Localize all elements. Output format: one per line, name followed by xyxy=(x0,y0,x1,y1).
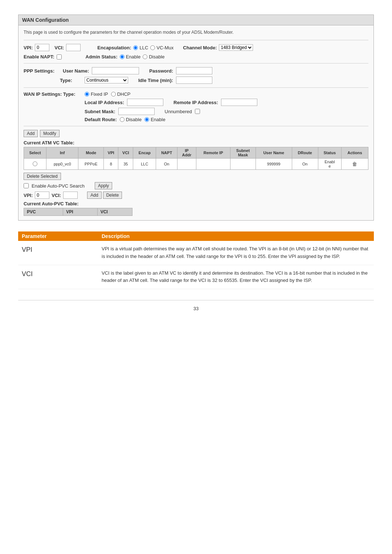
row-actions[interactable]: 🗑 xyxy=(341,159,368,170)
subnet-mask-input[interactable] xyxy=(118,108,155,115)
channel-mode-label: Channel Mode: xyxy=(183,45,217,50)
table-row: ppp0_vc0 PPPoE 8 35 LLC On 999999 On Ena… xyxy=(24,159,368,170)
subnet-mask-label: Subnet Mask: xyxy=(85,109,115,114)
apply-button[interactable]: Apply xyxy=(95,182,112,189)
param-desc-vpi: VPI is a virtual path determines the way… xyxy=(102,245,370,260)
wan-ip-type-label: WAN IP Settings: Type: xyxy=(24,91,82,97)
auto-pvc-table-section: Current Auto-PVC Table: PVC VPI VCI xyxy=(24,201,368,216)
auto-pvc-table: PVC VPI VCI xyxy=(24,208,132,216)
enable-napt-label: Enable NAPT: xyxy=(24,54,54,59)
row-remote-ip xyxy=(196,159,230,170)
enable-auto-pvc-label: Enable Auto-PVC Search xyxy=(32,183,85,189)
add-bottom-button[interactable]: Add xyxy=(87,192,101,199)
unnumbered-checkbox[interactable] xyxy=(195,109,200,114)
row-mode: PPPoE xyxy=(78,159,104,170)
trash-icon[interactable]: 🗑 xyxy=(352,161,357,167)
channel-mode-select[interactable]: 1483 Bridged 1483 Routed PPPoE PPPoA xyxy=(219,44,253,51)
idle-time-input[interactable] xyxy=(176,77,212,84)
dhcp-radio[interactable]: DHCP xyxy=(111,91,131,97)
param-row-vci: VCI VCI is the label given to an ATM VC … xyxy=(18,265,374,290)
vpi-bottom-label: VPI: xyxy=(24,193,33,198)
vpi-input[interactable] xyxy=(35,44,49,51)
user-name-label: User Name: xyxy=(63,68,89,74)
enable-auto-pvc-checkbox[interactable] xyxy=(24,183,29,188)
vpi-label: VPI: xyxy=(24,45,33,50)
auto-pvc-col-pvc: PVC xyxy=(24,208,63,216)
vci-bottom-input[interactable] xyxy=(63,192,78,199)
col-actions: Actions xyxy=(341,147,368,159)
param-desc-vci: VCI is the label given to an ATM VC to i… xyxy=(102,270,370,285)
admin-disable-radio[interactable]: Disable xyxy=(143,54,164,59)
default-route-disable-radio[interactable]: Disable xyxy=(120,117,142,122)
unnumbered-label: Unnumbered xyxy=(165,109,192,114)
col-encap: Encap xyxy=(133,147,156,159)
param-row-vpi: VPI VPI is a virtual path determines the… xyxy=(18,241,374,265)
encap-llc-radio[interactable]: LLC xyxy=(133,45,148,50)
admin-enable-radio[interactable]: Enable xyxy=(120,54,140,59)
local-ip-input[interactable] xyxy=(127,99,163,106)
default-route-row: Default Route: Disable Enable xyxy=(24,117,368,122)
atm-vc-table-section: Current ATM VC Table: Select Inf Mode VP… xyxy=(24,140,368,170)
delete-selected-button[interactable]: Delete Selected xyxy=(24,173,61,180)
vpi-vci-row: VPI: VCI: Encapsulation: LLC VC-Mux Chan… xyxy=(24,44,368,51)
col-napt: NAPT xyxy=(156,147,177,159)
param-name-vci: VCI xyxy=(22,270,102,278)
password-label: Password: xyxy=(149,68,173,74)
parameter-section: Parameter Description VPI VPI is a virtu… xyxy=(18,231,374,289)
col-status: Status xyxy=(318,147,341,159)
col-droute: DRoute xyxy=(292,147,318,159)
enable-napt-checkbox[interactable] xyxy=(57,54,62,59)
user-name-input[interactable] xyxy=(92,67,139,74)
ppp-settings-section: PPP Settings: User Name: Password: Type:… xyxy=(24,67,368,84)
encapsulation-label: Encapsulation: xyxy=(97,45,131,50)
auto-pvc-row: Enable Auto-PVC Search Apply xyxy=(24,182,368,189)
row-inf: ppp0_vc0 xyxy=(46,159,78,170)
admin-status-label: Admin Status: xyxy=(86,54,118,59)
col-vpi: VPI xyxy=(104,147,118,159)
page-number: 33 xyxy=(18,300,374,311)
ppp-username-row: PPP Settings: User Name: Password: xyxy=(24,67,368,74)
subnet-mask-row: Subnet Mask: Unnumbered xyxy=(24,108,368,115)
param-header-desc: Description xyxy=(102,233,370,239)
param-header-param: Parameter xyxy=(22,233,102,239)
ppp-type-row: Type: Continuous Connect on Demand Manua… xyxy=(24,77,368,84)
auto-pvc-header-row: PVC VPI VCI xyxy=(24,208,132,216)
fixed-ip-radio[interactable]: Fixed IP xyxy=(85,91,108,97)
delete-selected-row: Delete Selected xyxy=(24,173,368,180)
auto-pvc-col-vpi: VPI xyxy=(63,208,97,216)
add-button[interactable]: Add xyxy=(24,130,38,137)
type-label: Type: xyxy=(60,78,82,83)
row-subnet-mask xyxy=(230,159,256,170)
col-vci: VCI xyxy=(118,147,133,159)
vci-input[interactable] xyxy=(66,44,81,51)
vpi-bottom-input[interactable] xyxy=(35,192,49,199)
password-input[interactable] xyxy=(176,67,212,74)
vpi-vci-bottom-row: VPI: VCI: Add Delete xyxy=(24,192,368,199)
col-remote-ip: Remote IP xyxy=(196,147,230,159)
type-select[interactable]: Continuous Connect on Demand Manual xyxy=(85,77,128,83)
row-napt: On xyxy=(156,159,177,170)
vci-label: VCI: xyxy=(54,45,64,50)
napt-admin-row: Enable NAPT: Admin Status: Enable Disabl… xyxy=(24,54,368,59)
idle-time-label: Idle Time (min): xyxy=(138,78,173,83)
row-select[interactable] xyxy=(24,159,46,170)
vci-bottom-label: VCI: xyxy=(52,193,61,198)
wan-ip-section: WAN IP Settings: Type: Fixed IP DHCP Loc… xyxy=(24,91,368,122)
default-route-enable-radio[interactable]: Enable xyxy=(144,117,165,122)
auto-pvc-col-vci: VCI xyxy=(97,208,132,216)
col-user-name: User Name xyxy=(256,147,292,159)
wan-config-box: WAN Configuration This page is used to c… xyxy=(18,15,374,221)
param-name-vpi: VPI xyxy=(22,245,102,254)
col-ip-addr: IPAddr xyxy=(177,147,196,159)
ppp-settings-label: PPP Settings: xyxy=(24,68,60,74)
row-user-name: 999999 xyxy=(256,159,292,170)
encap-vcmux-radio[interactable]: VC-Mux xyxy=(150,45,173,50)
modify-button[interactable]: Modify xyxy=(40,130,59,137)
col-subnet-mask: SubnetMask xyxy=(230,147,256,159)
row-vpi: 8 xyxy=(104,159,118,170)
row-ip-addr xyxy=(177,159,196,170)
col-mode: Mode xyxy=(78,147,104,159)
delete-bottom-button[interactable]: Delete xyxy=(103,192,122,199)
local-ip-label: Local IP Address: xyxy=(85,100,124,105)
remote-ip-input[interactable] xyxy=(221,99,257,106)
